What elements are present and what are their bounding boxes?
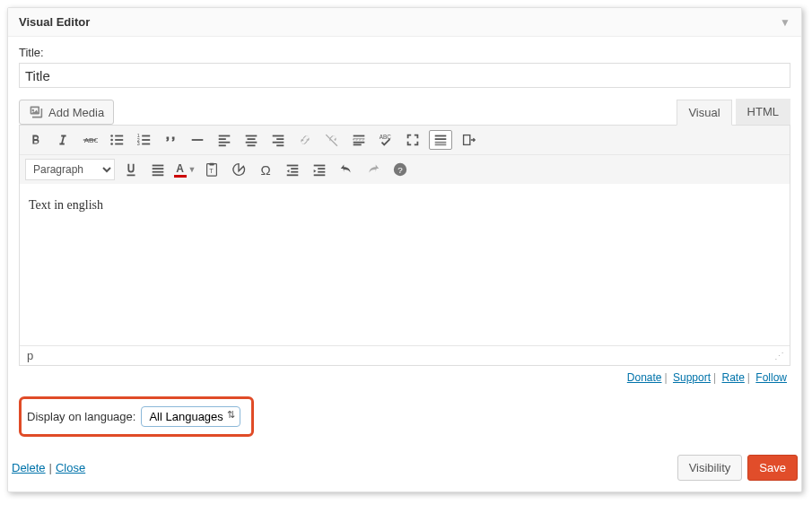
svg-rect-14 (192, 139, 204, 141)
align-right-icon[interactable] (267, 129, 289, 151)
svg-rect-20 (248, 138, 256, 140)
fullscreen-icon[interactable] (402, 129, 423, 151)
svg-text:3: 3 (137, 141, 140, 146)
donate-link[interactable]: Donate (627, 371, 662, 384)
support-link[interactable]: Support (673, 371, 711, 384)
svg-rect-19 (246, 135, 258, 137)
svg-rect-34 (435, 138, 447, 140)
undo-icon[interactable] (336, 159, 357, 180)
svg-rect-43 (209, 163, 214, 166)
panel-title: Visual Editor (19, 15, 90, 29)
editor-tabs: Visual HTML (677, 99, 790, 125)
underline-icon[interactable] (120, 159, 142, 180)
media-icon (29, 105, 43, 119)
panel-header: Visual Editor ▼ (8, 8, 801, 37)
collapse-toggle-icon[interactable]: ▼ (780, 16, 790, 29)
kitchen-sink-icon[interactable] (429, 130, 452, 150)
blockquote-icon[interactable] (160, 129, 181, 151)
svg-rect-22 (248, 144, 256, 146)
media-tab-row: Add Media Visual HTML (19, 99, 790, 125)
save-button[interactable]: Save (747, 455, 798, 481)
svg-rect-7 (115, 143, 123, 145)
svg-rect-49 (314, 165, 326, 167)
svg-rect-26 (276, 144, 284, 146)
svg-rect-25 (273, 142, 284, 143)
strikethrough-icon[interactable]: ABC (79, 129, 100, 151)
bottom-row: Delete|Close Visibility Save (8, 455, 801, 491)
svg-rect-29 (354, 139, 365, 140)
svg-rect-39 (153, 168, 164, 170)
toolbar-row-2: Paragraph A▼ T Ω ? (20, 155, 790, 184)
visibility-button[interactable]: Visibility (677, 455, 743, 481)
svg-rect-33 (435, 135, 447, 137)
title-input[interactable] (19, 63, 790, 88)
svg-rect-12 (142, 139, 150, 141)
help-icon[interactable]: ? (389, 159, 411, 180)
editor-status-bar: p ⋰ (20, 345, 790, 365)
ordered-list-icon[interactable]: 123 (133, 129, 154, 151)
add-media-button[interactable]: Add Media (19, 100, 114, 125)
close-link[interactable]: Close (56, 461, 85, 474)
text-color-icon[interactable]: A▼ (174, 159, 196, 180)
language-label: Display on language: (27, 410, 135, 423)
format-select[interactable]: Paragraph (25, 159, 115, 180)
svg-rect-52 (314, 174, 326, 176)
title-label: Title: (19, 46, 790, 59)
rate-link[interactable]: Rate (721, 371, 744, 384)
more-icon[interactable] (348, 129, 370, 151)
svg-rect-37 (464, 135, 470, 145)
unlink-icon[interactable] (321, 129, 343, 151)
follow-link[interactable]: Follow (755, 371, 787, 384)
unordered-list-icon[interactable] (106, 129, 127, 151)
align-justify-icon[interactable] (147, 159, 169, 180)
svg-rect-31 (354, 144, 362, 146)
spellcheck-icon[interactable]: ABC (375, 129, 397, 151)
italic-icon[interactable] (52, 129, 74, 151)
outdent-icon[interactable] (282, 159, 303, 180)
svg-rect-15 (219, 135, 231, 137)
svg-point-2 (110, 135, 113, 137)
language-row-highlight: Display on language: All Languages (19, 396, 254, 437)
svg-rect-46 (291, 168, 298, 170)
svg-rect-48 (287, 174, 299, 176)
link-icon[interactable] (294, 129, 316, 151)
svg-rect-24 (276, 138, 284, 140)
visual-editor-panel: Visual Editor ▼ Title: Add Media Visual … (7, 7, 802, 492)
svg-rect-13 (142, 143, 150, 145)
delete-close-links: Delete|Close (12, 461, 85, 474)
svg-text:T: T (209, 167, 214, 175)
align-center-icon[interactable] (240, 129, 262, 151)
svg-rect-5 (115, 135, 123, 137)
special-char-icon[interactable]: Ω (255, 159, 276, 180)
paste-text-icon[interactable]: T (201, 159, 223, 180)
action-buttons: Visibility Save (677, 455, 798, 481)
resize-handle-icon[interactable]: ⋰ (774, 351, 782, 362)
delete-link[interactable]: Delete (12, 461, 46, 474)
bold-icon[interactable] (25, 129, 47, 151)
clear-formatting-icon[interactable] (228, 159, 249, 180)
export-icon[interactable] (458, 129, 479, 151)
editor-content-area[interactable]: Text in english (20, 184, 790, 345)
panel-body: Title: Add Media Visual HTML ABC 123 (8, 37, 801, 448)
svg-rect-40 (153, 171, 164, 173)
indent-icon[interactable] (309, 159, 330, 180)
align-left-icon[interactable] (214, 129, 235, 151)
svg-rect-30 (354, 142, 365, 143)
element-path: p (27, 349, 33, 362)
svg-rect-23 (273, 135, 284, 137)
language-select[interactable]: All Languages (141, 406, 240, 427)
svg-rect-6 (115, 139, 123, 141)
tab-visual[interactable]: Visual (677, 100, 731, 126)
redo-icon[interactable] (362, 159, 384, 180)
svg-rect-45 (287, 165, 299, 167)
add-media-label: Add Media (48, 106, 104, 119)
svg-rect-50 (318, 168, 325, 170)
tab-html[interactable]: HTML (736, 99, 790, 125)
svg-text:?: ? (397, 165, 403, 175)
editor-wrap: ABC 123 ABC Paragraph (19, 125, 790, 366)
svg-rect-28 (354, 138, 365, 139)
svg-rect-21 (246, 142, 258, 143)
toolbar-row-1: ABC 123 ABC (20, 126, 790, 155)
hr-icon[interactable] (187, 129, 208, 151)
svg-rect-17 (219, 142, 231, 143)
